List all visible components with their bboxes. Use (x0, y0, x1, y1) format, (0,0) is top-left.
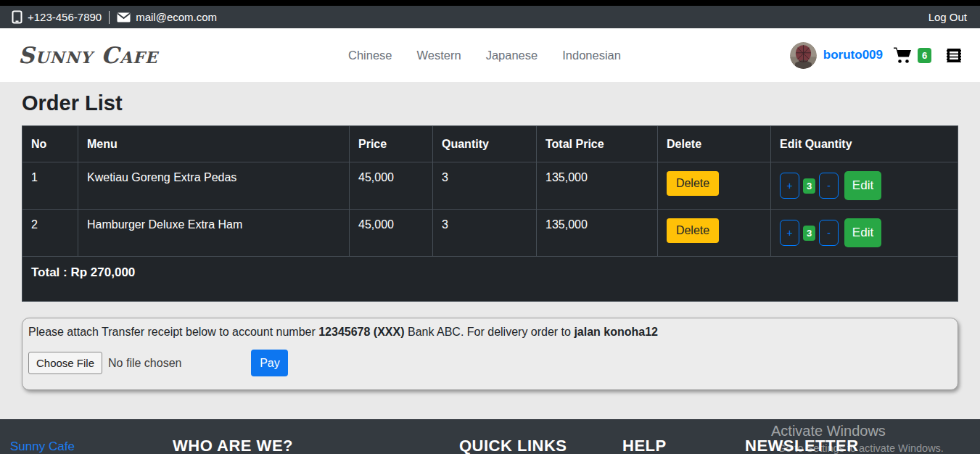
mail-icon (117, 12, 131, 22)
edit-button[interactable]: Edit (844, 171, 881, 200)
payment-instruction: Please attach Transfer receipt below to … (28, 326, 952, 339)
nav-item-chinese[interactable]: Chinese (348, 49, 392, 62)
username-link[interactable]: boruto009 (823, 48, 883, 62)
table-row: 2 Hamburger Deluxe Extra Ham 45,000 3 13… (22, 210, 958, 257)
footer-about-column: WHO ARE WE? Lorem ipsum dolor sit amet, … (173, 437, 389, 454)
increase-quantity-button[interactable]: + (780, 220, 799, 246)
col-header-no: No (22, 126, 78, 162)
account-number: 12345678 (XXX) (318, 326, 404, 338)
cell-quantity: 3 (433, 162, 537, 210)
receipt-icon (946, 47, 962, 64)
delete-button[interactable]: Delete (667, 171, 719, 196)
site-header: Sunny Cafe Chinese Western Japanese Indo… (0, 28, 980, 82)
phone-number: +123-456-7890 (28, 11, 102, 23)
cell-price: 45,000 (350, 162, 433, 210)
cart-count-badge: 6 (918, 48, 931, 63)
instruction-middle: Bank ABC. For delivery order to (405, 326, 575, 338)
increase-quantity-button[interactable]: + (780, 173, 799, 199)
topbar-divider (109, 11, 110, 24)
cart-icon (893, 46, 912, 64)
total-row: Total : Rp 270,000 (22, 257, 958, 302)
col-header-price: Price (350, 126, 433, 162)
main-nav: Chinese Western Japanese Indonesian (348, 49, 621, 62)
logout-link[interactable]: Log Out (928, 11, 967, 23)
nav-item-western[interactable]: Western (417, 49, 461, 62)
nav-item-japanese[interactable]: Japanese (486, 49, 538, 62)
cell-no: 2 (22, 210, 78, 257)
choose-file-button[interactable]: Choose File (28, 352, 102, 374)
order-table: No Menu Price Quantity Total Price Delet… (22, 125, 958, 302)
email-contact: mail@ecom.com (117, 11, 217, 23)
phone-contact: +123-456-7890 (12, 10, 102, 24)
cell-no: 1 (22, 162, 78, 210)
newsletter-heading: NEWSLETTER (745, 437, 967, 454)
phone-icon (12, 10, 22, 24)
site-footer: Sunny Cafe 221B Baker Street London, Eng… (0, 419, 980, 454)
col-header-delete: Delete (658, 126, 771, 162)
cell-menu: Kwetiau Goreng Extra Pedas (78, 162, 350, 210)
table-row: 1 Kwetiau Goreng Extra Pedas 45,000 3 13… (22, 162, 958, 210)
nav-item-indonesian[interactable]: Indonesian (562, 49, 621, 62)
col-header-menu: Menu (78, 126, 350, 162)
cell-quantity: 3 (433, 210, 537, 257)
cart-button[interactable]: 6 (893, 46, 931, 64)
delivery-address: jalan konoha12 (574, 326, 658, 338)
instruction-prefix: Please attach Transfer receipt below to … (28, 326, 318, 338)
quantity-badge: 3 (803, 226, 815, 241)
delete-button[interactable]: Delete (667, 218, 719, 243)
edit-quantity-controls: + 3 - Edit (780, 218, 949, 247)
table-header-row: No Menu Price Quantity Total Price Delet… (22, 126, 958, 162)
main-content: Order List No Menu Price Quantity Total … (0, 82, 980, 390)
help-heading: HELP (622, 437, 709, 454)
file-upload-row: Choose File No file chosen Pay (28, 350, 952, 376)
user-cluster: boruto009 6 (790, 42, 962, 69)
decrease-quantity-button[interactable]: - (819, 173, 839, 199)
cell-total-price: 135,000 (537, 210, 658, 257)
footer-newsletter-column: NEWSLETTER (745, 437, 967, 454)
col-header-edit-quantity: Edit Quantity (771, 126, 958, 162)
edit-quantity-controls: + 3 - Edit (780, 171, 949, 200)
email-address: mail@ecom.com (136, 11, 217, 23)
cell-price: 45,000 (350, 210, 433, 257)
cell-menu: Hamburger Deluxe Extra Ham (78, 210, 350, 257)
footer-help-column: HELP FAQs (622, 437, 709, 454)
pay-button[interactable]: Pay (251, 350, 288, 376)
footer-brand-link[interactable]: Sunny Cafe (10, 439, 75, 453)
quick-links-heading: QUICK LINKS (459, 437, 582, 454)
page-title: Order List (22, 82, 958, 125)
footer-brand-column: Sunny Cafe 221B Baker Street London, Eng… (10, 438, 162, 454)
avatar[interactable] (790, 42, 817, 69)
quantity-badge: 3 (803, 178, 815, 194)
contact-topbar: +123-456-7890 mail@ecom.com Log Out (0, 6, 980, 28)
decrease-quantity-button[interactable]: - (819, 220, 839, 246)
col-header-quantity: Quantity (433, 126, 537, 162)
footer-quick-links-column: QUICK LINKS Home (459, 437, 582, 454)
brand-logo[interactable]: Sunny Cafe (18, 42, 157, 68)
payment-panel: Please attach Transfer receipt below to … (22, 318, 958, 390)
col-header-total-price: Total Price (537, 126, 658, 162)
order-list-button[interactable] (946, 47, 962, 64)
order-total: Total : Rp 270,000 (22, 257, 958, 302)
file-status-text: No file chosen (108, 357, 181, 370)
edit-button[interactable]: Edit (844, 218, 881, 247)
about-heading: WHO ARE WE? (173, 437, 389, 454)
cell-total-price: 135,000 (537, 162, 658, 210)
screen-edge-strip (0, 0, 980, 6)
